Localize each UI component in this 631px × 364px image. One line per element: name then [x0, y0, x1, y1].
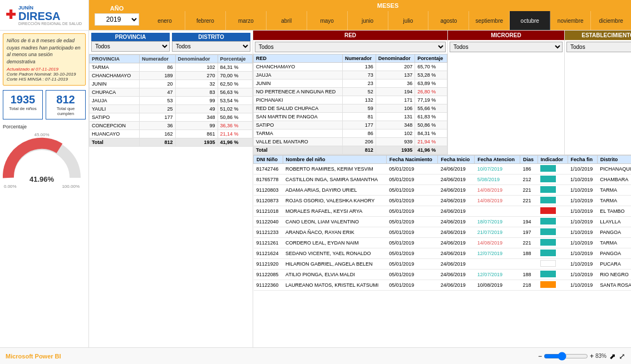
red-numerador-cell: 81: [342, 113, 376, 121]
zoom-slider[interactable]: [544, 352, 588, 361]
indicator-teal: [540, 218, 556, 225]
red-denominador-cell: 106: [376, 104, 415, 113]
share-button[interactable]: ⬈: [609, 352, 616, 361]
distrito-cell: TARMA: [597, 238, 631, 248]
months-label: MESES: [145, 0, 631, 11]
red-numerador-cell: 136: [342, 63, 376, 71]
nombre-cell: ARANDA ÑACO, RAYAN ERIK: [283, 227, 386, 238]
stats-row: 1935 Total de niños 812 Total que cumple…: [3, 90, 86, 119]
fn-cell: 05/01/2019: [386, 217, 437, 227]
red-denominador-cell: 102: [376, 129, 415, 138]
establecimiento-select[interactable]: Todos: [566, 42, 631, 52]
dias-cell: 186: [520, 164, 538, 174]
expand-button[interactable]: ⤢: [619, 352, 625, 361]
indicator-cell: [538, 270, 568, 280]
establecimiento-header: ESTABLECIMIENTO DE SALUD: [565, 31, 631, 40]
que-cumplen-box: 812 Total que cumplen: [46, 90, 86, 119]
bottom-table-container[interactable]: DNI NiñoNombre del niñoFecha NacimientoF…: [253, 155, 631, 347]
month-button-febrero[interactable]: febrero: [185, 11, 226, 30]
dias-cell: [520, 259, 538, 270]
fa-cell: 14/08/2019: [475, 185, 520, 196]
red-col-denominador: Denominador: [376, 54, 415, 63]
month-button-diciembre[interactable]: diciembre: [591, 11, 631, 30]
bottom-table-row: 91121233 ARANDA ÑACO, RAYAN ERIK 05/01/2…: [254, 227, 632, 238]
ff-cell: 1/10/2019: [568, 248, 597, 259]
indicator-cell: [538, 196, 568, 206]
red-porcentaje-cell: 41,96 %: [415, 146, 447, 154]
tabla-row: Total 812 1935 41,96 %: [90, 138, 253, 147]
month-button-mayo[interactable]: mayo: [307, 11, 348, 30]
dias-cell: 221: [520, 196, 538, 206]
numerador-cell: 53: [139, 97, 175, 105]
fn-cell: 05/01/2019: [386, 227, 437, 238]
month-button-enero[interactable]: enero: [145, 11, 185, 30]
red-table-row: PICHANAKI 132 171 77,19 %: [254, 96, 447, 104]
center-panel: PROVINCIA Todos DISTRITO Todos PROVINCIA…: [89, 31, 253, 347]
dias-cell: [520, 206, 538, 217]
bottom-col-distrito: Distrito: [597, 156, 631, 164]
month-button-agosto[interactable]: agosto: [428, 11, 469, 30]
denominador-cell: 49: [175, 105, 218, 113]
indicator-teal: [540, 239, 556, 246]
zoom-in-button[interactable]: +: [590, 352, 594, 360]
tabla-row: JUNIN 20 32 62,50 %: [90, 80, 253, 88]
nombre-cell: CANO LEON, LIAM VALENTINO: [283, 217, 386, 227]
red-numerador-cell: 73: [342, 71, 376, 79]
month-button-abril[interactable]: abril: [267, 11, 307, 30]
dni-cell: 81742746: [254, 164, 283, 174]
provincia-select[interactable]: Todos: [91, 41, 170, 52]
distrito-cell: TARMA: [597, 185, 631, 196]
bottom-table-row: 91121261 CORDERO LEAL, EYDAN NAIM 05/01/…: [254, 238, 632, 248]
red-table-row: TARMA 86 102 84,31 %: [254, 129, 447, 138]
logo-diresa: DIRESA: [18, 11, 82, 22]
ff-cell: 1/10/2019: [568, 270, 597, 280]
month-button-marzo[interactable]: marzo: [226, 11, 267, 30]
red-name-cell: SAN MARTIN DE PANGOA: [254, 113, 343, 121]
pct-value: 41.96%: [29, 175, 54, 183]
establecimiento-select-row: Todos: [565, 40, 631, 54]
distrito-cell: RIO NEGRO: [597, 270, 631, 280]
red-numerador-cell: 59: [342, 104, 376, 113]
bottom-col-fecha_nacimiento: Fecha Nacimiento: [386, 156, 437, 164]
bottom-col-dias: Dias: [520, 156, 538, 164]
dias-cell: 221: [520, 185, 538, 196]
month-button-septiembre[interactable]: septiembre: [469, 11, 510, 30]
dni-cell: 81765778: [254, 174, 283, 185]
cross-icon: ✚: [6, 8, 16, 22]
fi-cell: 24/06/2019: [438, 217, 475, 227]
month-button-junio[interactable]: junio: [348, 11, 388, 30]
pct-0-label: 0.00%: [4, 184, 17, 189]
red-numerador-cell: 177: [342, 121, 376, 129]
zoom-out-button[interactable]: −: [538, 352, 542, 360]
indicator-cell: [538, 164, 568, 174]
month-button-julio[interactable]: julio: [388, 11, 429, 30]
month-button-octubre[interactable]: octubre: [510, 11, 550, 30]
year-select[interactable]: 2019: [95, 13, 139, 26]
numerador-cell: 20: [139, 80, 175, 88]
indicator-cell: [538, 280, 568, 291]
red-porcentaje-cell: 63,89 %: [415, 79, 447, 88]
provincia-cell: CHUPACA: [90, 88, 140, 97]
corte-padron: Corte Padron Nominal: 30-10-2019: [7, 72, 82, 77]
fi-cell: 24/06/2019: [438, 164, 475, 174]
fi-cell: 24/06/2019: [438, 248, 475, 259]
month-button-noviembre[interactable]: noviembre: [550, 11, 591, 30]
zoom-controls: − + 83%: [538, 352, 607, 361]
dni-cell: 91121018: [254, 206, 283, 217]
months-buttons: enerofebreromarzoabrilmayojuniojulioagos…: [145, 11, 631, 30]
provincia-cell: CHANCHAMAYO: [90, 72, 140, 80]
establecimiento-section: ESTABLECIMIENTO DE SALUD Todos: [565, 31, 631, 154]
indicator-teal: [540, 176, 556, 182]
power-bi-link[interactable]: Microsoft Power BI: [6, 353, 61, 360]
ff-cell: 1/10/2019: [568, 206, 597, 217]
corte-his: Corte HIS MINSA : 07-11-2019: [7, 77, 82, 82]
nombre-cell: LAUREANO MATOS, KRISTEL KATSUMI: [283, 280, 386, 291]
red-numerador-cell: 23: [342, 79, 376, 88]
red-select[interactable]: Todos: [255, 42, 446, 52]
denominador-cell: 102: [175, 63, 218, 72]
red-denominador-cell: 131: [376, 113, 415, 121]
microred-select[interactable]: Todos: [450, 42, 563, 52]
distrito-select[interactable]: Todos: [172, 41, 250, 52]
red-denominador-cell: 137: [376, 71, 415, 79]
distrito-cell: EL TAMBO: [597, 206, 631, 217]
